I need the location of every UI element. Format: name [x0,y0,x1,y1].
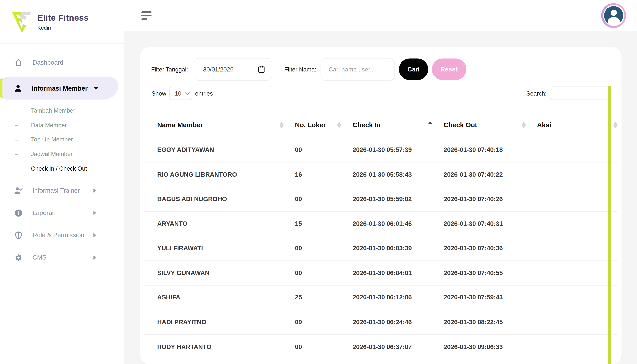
page-length-select[interactable]: 10 [170,87,192,100]
table-row: EGGY ADITYAWAN002026-01-30 05:57:392026-… [144,138,618,162]
column-header-aksi[interactable]: Aksi [526,112,618,138]
cell-aksi [526,310,618,334]
sort-ascending-icon [428,122,432,124]
sidebar-item-label: Laporan [32,210,56,217]
cell-no-loker: 09 [284,310,341,334]
cell-check-in: 2026-01-30 06:01:46 [341,212,432,236]
cell-no-loker: 15 [284,212,341,236]
table-controls: Show 10 entries Search: [140,86,621,100]
search-input[interactable] [550,86,610,100]
home-icon [14,58,23,67]
table-row: ARYANTO152026-01-30 06:01:462026-01-30 0… [144,212,618,236]
table-wrap: Nama MemberNo. LokerCheck InCheck OutAks… [144,112,618,359]
reset-button[interactable]: Reset [432,58,466,80]
cell-no-loker: 00 [284,187,341,212]
chevron-down-icon [93,87,98,90]
sidebar-item-label: Dashboard [32,59,63,66]
sidebar-subitem-label: Top Up Member [31,136,73,142]
cell-no-loker: 00 [284,261,341,285]
page-length-value: 10 [175,90,182,96]
cell-check-in: 2026-01-30 06:24:46 [341,310,432,334]
dash-bullet-icon: – [15,165,18,172]
sidebar-item-label: Role & Permission [32,232,84,239]
filter-date-value: 30/01/2026 [203,66,234,72]
dash-bullet-icon: – [15,136,18,143]
dash-bullet-icon: – [15,122,18,128]
sidebar-subitem-top-up-member[interactable]: –Top Up Member [0,132,124,146]
column-header-label: Check In [352,121,380,128]
cell-nama-member: RIO AGUNG LIBRANTORO [144,162,284,187]
cell-check-in: 2026-01-30 06:37:07 [341,334,432,359]
cell-aksi [526,261,618,285]
sidebar-subitem-jadwal-member[interactable]: –Jadwal Member [0,147,124,161]
cell-nama-member: SILVY GUNAWAN [144,261,284,285]
table-row: SILVY GUNAWAN002026-01-30 06:04:012026-0… [144,261,618,285]
sidebar: Elite Fitness Kediri Dashboard [0,0,124,364]
cell-check-in: 2026-01-30 06:03:39 [341,236,432,261]
cell-no-loker: 00 [284,236,341,261]
sidebar-subitem-data-member[interactable]: –Data Member [0,118,124,132]
column-header-check-in[interactable]: Check In [341,112,432,138]
sidebar-subitem-label: Tambah Member [31,107,75,114]
sidebar-nav: Dashboard Informasi Member –Tambah Membe… [0,44,124,265]
cell-check-in: 2026-01-30 06:12:06 [341,285,432,310]
filter-date-input[interactable]: 30/01/2026 [194,58,272,80]
sort-both-icon [280,122,284,128]
sidebar-item-label: Informasi Member [32,85,88,92]
table-row: HADI PRAYITNO092026-01-30 06:24:462026-0… [144,310,618,334]
table-row: RUDY HARTANTO002026-01-30 06:37:072026-0… [144,334,618,359]
app-window: Elite Fitness Kediri Dashboard [0,0,637,364]
elite-fitness-logo-icon [11,10,32,34]
sidebar-item-dashboard[interactable]: Dashboard [0,54,124,71]
cell-nama-member: HADI PRAYITNO [144,310,284,334]
sidebar-item-informasi-member-wrap: Informasi Member [0,77,124,100]
filter-name-placeholder: Cari nama user... [328,66,375,72]
column-header-check-out[interactable]: Check Out [432,112,526,138]
cell-check-out: 2026-01-30 07:40:36 [432,236,526,261]
sidebar-item-laporan[interactable]: Laporan [0,206,124,220]
sidebar-item-label: CMS [32,254,46,262]
sidebar-subitem-check-in-check-out[interactable]: –Check In / Check Out [0,161,124,176]
dash-bullet-icon: – [15,150,18,157]
cell-no-loker: 00 [284,138,341,162]
cell-no-loker: 25 [284,285,341,310]
cell-check-in: 2026-01-30 06:04:01 [341,261,432,285]
cell-check-out: 2026-01-30 07:40:22 [432,162,526,187]
table-scrollbar[interactable] [608,86,611,364]
sidebar-subitem-tambah-member[interactable]: –Tambah Member [0,103,124,118]
content-column: Filter Tanggal: 30/01/2026 Filter Nama: … [124,0,637,364]
cell-check-in: 2026-01-30 05:59:02 [341,187,432,212]
checkin-table: Nama MemberNo. LokerCheck InCheck OutAks… [144,112,618,359]
shield-icon [14,231,23,240]
sidebar-subitem-label: Jadwal Member [31,151,72,157]
dash-bullet-icon: – [15,107,18,114]
column-header-label: Check Out [444,121,477,128]
calendar-icon[interactable] [258,66,265,73]
chevron-right-icon [93,234,96,237]
hamburger-icon[interactable] [141,11,152,20]
sidebar-item-informasi-member[interactable]: Informasi Member [2,77,118,100]
user-avatar-icon[interactable] [601,3,626,28]
table-row: YULI FIRAWATI002026-01-30 06:03:392026-0… [144,236,618,261]
cell-aksi [526,138,618,162]
member-submenu: –Tambah Member–Data Member–Top Up Member… [0,103,124,176]
sidebar-item-role-permission[interactable]: Role & Permission [0,228,124,243]
chevron-right-icon [93,189,96,192]
user-check-icon [14,186,23,195]
sort-both-icon [614,122,618,128]
cell-aksi [526,236,618,261]
sidebar-item-informasi-trainer[interactable]: Informasi Trainer [0,183,124,198]
cari-button[interactable]: Cari [399,58,428,80]
column-header-no-loker[interactable]: No. Loker [284,112,341,138]
cell-aksi [526,334,618,359]
cell-aksi [526,187,618,212]
column-header-label: Nama Member [157,121,203,128]
cell-nama-member: YULI FIRAWATI [144,236,284,261]
sort-both-icon [337,122,341,128]
filter-name-input[interactable]: Cari nama user... [320,58,395,80]
brand-subtitle: Kediri [37,25,89,31]
column-header-nama-member[interactable]: Nama Member [144,112,284,138]
brand: Elite Fitness Kediri [0,0,124,44]
table-row: BAGUS ADI NUGROHO002026-01-30 05:59:0220… [144,187,618,212]
sidebar-item-cms[interactable]: CMS [0,250,124,265]
